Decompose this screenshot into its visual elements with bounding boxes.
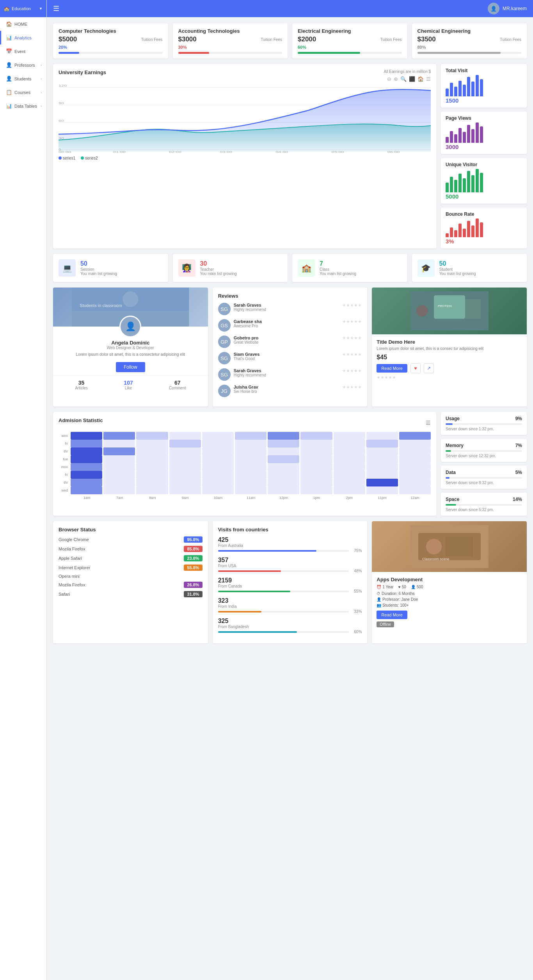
review-info-1: Garbease sha Awesome Pro (234, 319, 262, 328)
chart-subtitle: All Earnings are in million $ (384, 69, 431, 74)
reviews-panel: Reviews SG Sarah Graves Highly recommend… (213, 288, 368, 407)
usage-bar-2 (446, 477, 449, 479)
fee-label-2: Tuition Fees (380, 37, 402, 42)
svg-text:00:00: 00:00 (59, 150, 71, 153)
browser-row-4: Opera mini (59, 574, 203, 579)
chart-legend: series1 series2 (59, 156, 431, 160)
amount-0: $5000 (59, 36, 77, 43)
chart-zoom-out-icon[interactable]: ⊖ (387, 76, 391, 82)
product-price: $45 (377, 354, 522, 361)
course-name-3: Chemical Engineering (418, 28, 522, 34)
sidebar-item-analytics[interactable]: 📊 Analytics (0, 31, 46, 44)
usage-label-0: Usage (446, 416, 460, 421)
usage-pct-3: 14% (513, 497, 522, 502)
review-item-0: SG Sarah Graves Highly recommend ★★★★★ (218, 303, 362, 315)
follow-button[interactable]: Follow (116, 362, 145, 372)
progress-bar-wrap-1 (178, 52, 282, 54)
progress-bar-wrap-2 (298, 52, 402, 54)
review-avatar-1: GS (218, 319, 231, 332)
countries-panel: Visits from countries 425 From Australia… (213, 521, 368, 643)
student-label: StudentYou main list growing (439, 267, 476, 276)
sidebar-item-courses[interactable]: 📋 Courses › (0, 85, 46, 99)
courses-icon: 📋 (6, 89, 12, 95)
product-read-more-button[interactable]: Read More (377, 364, 407, 373)
chart-menu-icon[interactable]: ☰ (426, 76, 431, 82)
class-num: 7 (320, 260, 356, 267)
country-item-3: 323 From India 33% (218, 597, 362, 614)
review-item-1: GS Garbease sha Awesome Pro ★★★★★ (218, 319, 362, 332)
reviews-title: Reviews (218, 293, 362, 299)
sidebar-logo-text: Education (12, 6, 31, 11)
svg-text:04:00: 04:00 (276, 150, 288, 153)
sidebar-item-datatables[interactable]: 📊 Data Tables › (0, 99, 46, 113)
usage-bar-0 (446, 423, 453, 425)
admission-menu-icon[interactable]: ☰ (426, 420, 431, 426)
browser-name-3: Internet Explorer (59, 565, 90, 570)
page-views-value: 3000 (446, 144, 522, 150)
usage-card-2: Data 5% Server down since 8:32 pm. (441, 466, 527, 489)
svg-text:PROTEIN: PROTEIN (438, 304, 452, 308)
browser-name-5: Mozila Firefox (59, 582, 85, 587)
class-label: ClassYou main list growing (320, 267, 356, 276)
admission-panel: Admision Statistic ☰ wen (53, 412, 436, 516)
review-stars-4: ★★★★★ (342, 368, 362, 373)
browser-badge-6: 31.8% (184, 591, 202, 597)
right-stat-unique-visitor: Unique Visitor 5000 (441, 158, 527, 204)
usage-panel: Usage 9% Server down since 1:32 pm. Memo… (441, 412, 527, 516)
session-info: 50 SessionYou main list growing (80, 260, 117, 276)
svg-rect-29 (446, 537, 473, 556)
review-avatar-2: GP (218, 336, 231, 348)
review-stars-2: ★★★★★ (342, 336, 362, 341)
bottom-section: Browser Status Google Chrome 95.8% Mozil… (53, 521, 527, 643)
review-info-0: Sarah Graves Highly recommend (234, 303, 266, 312)
course-students: 👥 Students: 100+ (377, 603, 522, 607)
svg-text:05:00: 05:00 (332, 150, 344, 153)
svg-text:60: 60 (59, 119, 64, 122)
course-card-2: Classroom scene Apps Development ⏰ 1 Yea… (372, 521, 527, 643)
course-meta-2: ⏰ 1 Year ♥ 50 👤 500 (377, 585, 522, 589)
chart-area: 120 90 60 30 0 (59, 83, 431, 154)
course-image-2: Classroom scene (372, 521, 527, 572)
profile-stat-comments: 67 Comment (169, 380, 186, 390)
unique-visitor-title: Unique Visitor (446, 162, 522, 167)
sidebar-item-event[interactable]: 📅 Event (0, 44, 46, 58)
browser-name-1: Mozila Firefox (59, 547, 85, 551)
sidebar-item-professors[interactable]: 👤 Professors › (0, 58, 46, 72)
review-item-2: GP Gobetro pro Great Website ★★★★★ (218, 336, 362, 348)
product-card: PROTEIN Title Demo Here Lorem ipsum dolo… (372, 288, 527, 407)
svg-text:120: 120 (59, 83, 67, 87)
datatables-arrow-icon: › (41, 104, 42, 108)
browser-name-4: Opera mini (59, 574, 80, 579)
browser-badge-3: 55.8% (184, 565, 202, 571)
countries-title: Visits from countries (218, 527, 362, 533)
review-avatar-5: JG (218, 385, 231, 397)
heatmap-row-3: tue (59, 455, 431, 463)
chart-search-icon[interactable]: 🔍 (400, 76, 407, 82)
bounce-rate-title: Bounce Rate (446, 211, 522, 217)
sidebar-item-home[interactable]: 🏠 HOME (0, 17, 46, 31)
datatables-icon: 📊 (6, 103, 12, 109)
amount-3: $3500 (418, 36, 436, 43)
course2-read-more-button[interactable]: Read More (377, 611, 407, 619)
sidebar-item-event-label: Event (14, 49, 42, 54)
chart-download-icon[interactable]: ⬛ (409, 76, 415, 82)
review-stars-1: ★★★★★ (342, 319, 362, 324)
heatmap-row-2: thr (59, 447, 431, 455)
progress-bar-3 (418, 52, 501, 54)
stat-card-3: Chemical Engineering $3500 Tuition Fees … (412, 23, 527, 59)
sidebar-item-students[interactable]: 👤 Students › (0, 72, 46, 85)
product-like-button[interactable]: ♥ (410, 363, 421, 373)
usage-label-2: Data (446, 470, 456, 475)
amount-1: $3000 (178, 36, 197, 43)
hamburger-icon[interactable]: ☰ (53, 4, 59, 13)
product-share-button[interactable]: ↗ (424, 363, 434, 373)
product-info: Title Demo Here Lorem ipsum dolor sit am… (372, 334, 527, 385)
usage-bar-3 (446, 504, 456, 506)
svg-text:90: 90 (59, 101, 64, 105)
sidebar-item-analytics-label: Analytics (14, 36, 42, 40)
heatmap-row-6: thr (59, 479, 431, 486)
review-avatar-4: SG (218, 368, 231, 381)
chart-home-icon[interactable]: 🏠 (418, 76, 424, 82)
chart-zoom-in-icon[interactable]: ⊕ (394, 76, 398, 82)
browser-row-0: Google Chrome 95.8% (59, 536, 203, 543)
